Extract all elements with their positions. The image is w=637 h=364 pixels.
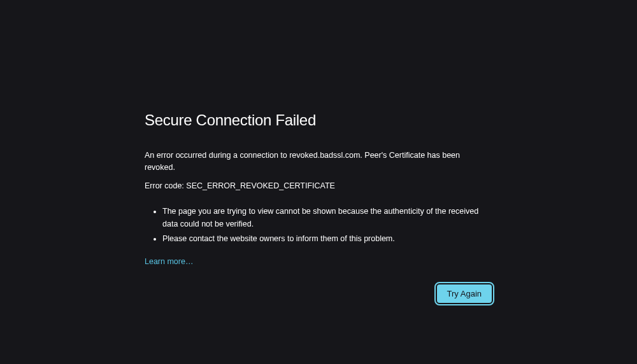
error-message: An error occurred during a connection to… (145, 150, 492, 174)
list-item: Please contact the website owners to inf… (162, 233, 492, 245)
learn-more-link[interactable]: Learn more… (145, 257, 193, 266)
button-row: Try Again (145, 284, 492, 303)
error-detail-list: The page you are trying to view cannot b… (145, 206, 492, 245)
error-title: Secure Connection Failed (145, 111, 492, 129)
list-item: The page you are trying to view cannot b… (162, 206, 492, 230)
error-container: Secure Connection Failed An error occurr… (145, 0, 492, 303)
error-code: Error code: SEC_ERROR_REVOKED_CERTIFICAT… (145, 180, 492, 192)
try-again-button[interactable]: Try Again (437, 284, 492, 303)
